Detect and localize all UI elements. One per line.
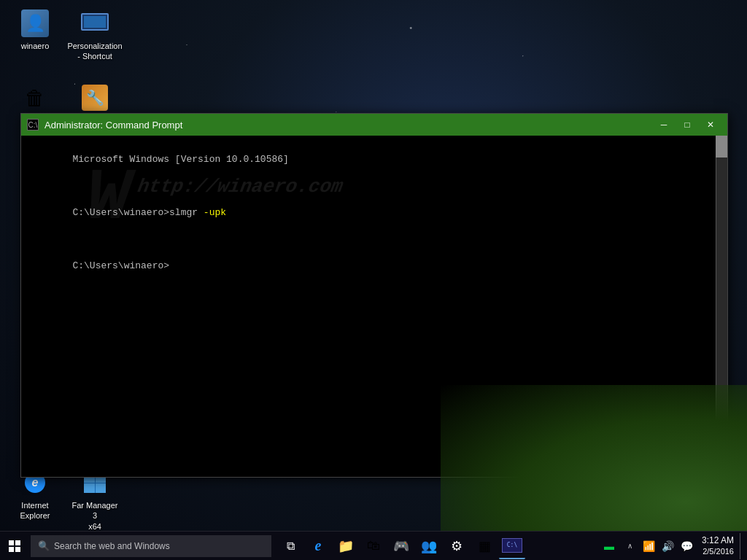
edge-icon: e xyxy=(315,537,322,554)
cmd-line-3: C:\Users\winaero>slmgr -upk xyxy=(27,193,721,233)
cmd-flag-text: -upk xyxy=(198,207,226,218)
search-icon: 🔍 xyxy=(38,540,50,551)
desktop-icon-personalization[interactable]: Personalization- Shortcut xyxy=(66,6,124,65)
windows-logo-icon xyxy=(9,540,20,552)
taskbar-search-bar[interactable]: 🔍 Search the web and Windows xyxy=(31,535,271,557)
clock-button[interactable]: 3:12 AM 2/5/2016 xyxy=(697,535,738,557)
language-icon: ▬ xyxy=(604,540,614,552)
personalization-label: Personalization- Shortcut xyxy=(67,41,122,62)
cmd-prompt-2: C:\Users\winaero> xyxy=(72,260,169,271)
taskbar-edge-button[interactable]: e xyxy=(305,533,331,559)
cmd-title: Administrator: Command Prompt xyxy=(44,120,653,131)
tray-volume-button[interactable]: 🔊 xyxy=(659,533,677,559)
taskbar-app8-button[interactable]: ▦ xyxy=(471,533,498,559)
app8-icon: ▦ xyxy=(479,538,491,554)
chevron-up-icon: ∧ xyxy=(627,542,632,550)
notifications-icon: 💬 xyxy=(681,540,693,552)
cmd-scrollbar[interactable] xyxy=(716,136,727,477)
cmd-window-controls: ─ □ ✕ xyxy=(653,117,721,133)
taskbar-app6-button[interactable]: 👥 xyxy=(416,533,442,559)
tray-show-desktop-button[interactable] xyxy=(740,533,744,559)
ie-label: InternetExplorer xyxy=(20,500,50,521)
far-label: Far Manager 3x64 xyxy=(69,500,121,532)
tweaker-icon: 🔧 xyxy=(80,83,109,112)
taskbar-apps: ⧉ e 📁 🛍 🎮 👥 ⚙ xyxy=(277,533,525,559)
taskbar-task-view-button[interactable]: ⧉ xyxy=(277,533,303,559)
recycle-icon: 🗑 xyxy=(20,83,50,112)
winaero-label: winaero xyxy=(21,41,50,51)
app5-icon: 🎮 xyxy=(393,538,409,554)
store-icon: 🛍 xyxy=(367,538,380,553)
clock-time: 3:12 AM xyxy=(702,535,734,547)
cmd-body[interactable]: W http://winaero.com Microsoft Windows [… xyxy=(21,136,727,477)
winaero-icon: 👤 xyxy=(20,9,50,38)
cmd-line-4 xyxy=(27,233,721,246)
tray-network-button[interactable]: 📶 xyxy=(640,533,658,559)
taskbar-file-explorer-button[interactable]: 📁 xyxy=(333,533,359,559)
file-explorer-icon: 📁 xyxy=(338,538,354,554)
tray-language-button[interactable]: ▬ xyxy=(598,533,620,559)
terminal-icon: C:\ xyxy=(502,538,522,553)
desktop: 👤 winaero Personalization- Shortcut 🗑 Re… xyxy=(0,0,747,560)
taskbar-store-button[interactable]: 🛍 xyxy=(360,533,387,559)
cmd-close-button[interactable]: ✕ xyxy=(700,117,721,133)
cmd-line-2 xyxy=(27,180,721,193)
cmd-titlebar: C:\ Administrator: Command Prompt ─ □ ✕ xyxy=(21,114,727,136)
settings-icon: ⚙ xyxy=(451,538,462,554)
task-view-icon: ⧉ xyxy=(287,540,295,553)
cmd-maximize-button[interactable]: □ xyxy=(676,117,698,133)
start-button[interactable] xyxy=(0,532,29,561)
cmd-line-1: Microsoft Windows [Version 10.0.10586] xyxy=(27,140,721,180)
taskbar-terminal-button[interactable]: C:\ xyxy=(499,533,525,559)
taskbar: 🔍 Search the web and Windows ⧉ e 📁 🛍 xyxy=(0,531,747,560)
tray-show-hidden-button[interactable]: ∧ xyxy=(622,533,639,559)
network-icon: 📶 xyxy=(643,540,655,552)
tray-notifications-button[interactable]: 💬 xyxy=(678,533,696,559)
cmd-prompt-1: C:\Users\winaero> xyxy=(72,207,169,218)
cmd-window: C:\ Administrator: Command Prompt ─ □ ✕ … xyxy=(20,113,728,478)
taskbar-tray: ▬ ∧ 📶 🔊 💬 3:12 AM 2/5/2016 xyxy=(598,533,747,559)
taskbar-settings-button[interactable]: ⚙ xyxy=(444,533,470,559)
clock-date: 2/5/2016 xyxy=(703,546,734,556)
cmd-scrollbar-thumb[interactable] xyxy=(716,136,727,158)
desktop-icon-winaero[interactable]: 👤 winaero xyxy=(6,6,64,54)
cmd-minimize-button[interactable]: ─ xyxy=(653,117,675,133)
cmd-line-5: C:\Users\winaero> xyxy=(27,246,721,287)
cmd-version-text: Microsoft Windows [Version 10.0.10586] xyxy=(72,154,288,165)
cmd-app-icon: C:\ xyxy=(27,119,39,131)
app6-icon: 👥 xyxy=(421,538,437,554)
search-placeholder-text: Search the web and Windows xyxy=(54,541,170,551)
cmd-command-text: slmgr xyxy=(169,207,198,218)
volume-icon: 🔊 xyxy=(662,540,674,552)
personalization-icon xyxy=(80,9,109,38)
taskbar-app5-button[interactable]: 🎮 xyxy=(388,533,414,559)
